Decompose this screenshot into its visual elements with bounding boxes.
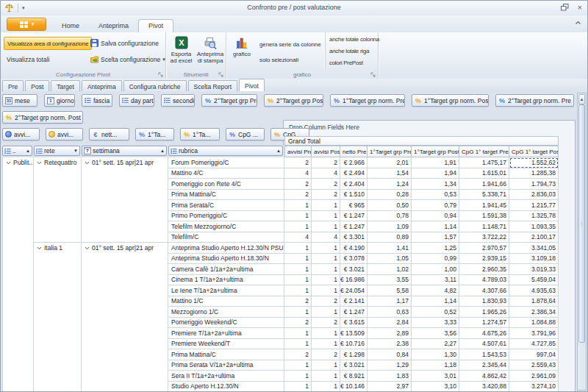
data-field-nett[interactable]: €nett... bbox=[89, 128, 129, 140]
column-header-1-target-grp-pre[interactable]: 1°Target grp Pre bbox=[368, 146, 412, 157]
value-cell[interactable]: 1.552,62 bbox=[509, 157, 559, 168]
tab-pre[interactable]: Pre bbox=[2, 80, 24, 91]
value-cell[interactable]: 2.961,09 bbox=[509, 371, 559, 382]
value-cell[interactable]: 3.791,96 bbox=[509, 328, 559, 339]
filter-field-mese[interactable]: 31mese bbox=[2, 94, 37, 107]
filter-field-secondi[interactable]: secondi bbox=[161, 94, 195, 107]
value-cell[interactable]: 1 bbox=[284, 328, 312, 339]
value-cell[interactable]: 3,56 bbox=[412, 328, 459, 339]
value-cell[interactable]: 3.420,88 bbox=[459, 382, 509, 392]
value-cell[interactable]: € 2.404 bbox=[340, 179, 368, 190]
value-cell[interactable]: 1 bbox=[284, 339, 312, 350]
rubrica-cell[interactable]: Prima Serata/C bbox=[168, 200, 284, 211]
value-cell[interactable]: 1.941,45 bbox=[459, 200, 509, 211]
value-cell[interactable]: 5.459,04 bbox=[509, 275, 559, 286]
value-cell[interactable]: 4.507,61 bbox=[459, 339, 509, 350]
value-cell[interactable]: 1.965,26 bbox=[459, 307, 509, 318]
grafico-button[interactable]: grafico bbox=[229, 36, 254, 57]
esporta-ad-excel-button[interactable]: X Esporta ad excel bbox=[168, 36, 195, 64]
vertical-scrollbar[interactable]: ▲ bbox=[577, 93, 587, 391]
value-cell[interactable]: 1 bbox=[284, 360, 312, 371]
value-cell[interactable]: 1.148,71 bbox=[459, 221, 509, 232]
value-cell[interactable]: € 3.615 bbox=[340, 318, 368, 329]
application-menu-button[interactable]: ▾ bbox=[7, 18, 46, 31]
value-cell[interactable]: 1,17 bbox=[368, 296, 412, 307]
value-cell[interactable]: 2,84 bbox=[368, 318, 412, 329]
value-cell[interactable]: 0,94 bbox=[412, 211, 459, 222]
rubrica-cell[interactable]: Prima Mattina/C bbox=[168, 349, 284, 360]
group-cell-settimana[interactable]: 01° sett. 15 apr|21 apr bbox=[82, 157, 168, 243]
rubrica-cell[interactable]: Forum Pomeriggio/C bbox=[168, 157, 284, 168]
value-cell[interactable]: 3.341,05 bbox=[509, 243, 559, 254]
value-cell[interactable]: 4.307,66 bbox=[459, 285, 509, 296]
rubrica-cell[interactable]: Mattino 1/C bbox=[168, 296, 284, 307]
value-cell[interactable]: 1 bbox=[312, 339, 340, 350]
value-cell[interactable]: 1,00 bbox=[412, 264, 459, 275]
value-cell[interactable]: € 3.021 bbox=[340, 360, 368, 371]
value-cell[interactable]: 1,83 bbox=[368, 371, 412, 382]
value-cell[interactable]: € 13.509 bbox=[340, 328, 368, 339]
value-cell[interactable]: 997,04 bbox=[509, 349, 559, 360]
value-cell[interactable]: 1 bbox=[312, 254, 340, 265]
rubrica-cell[interactable]: Premiere T/1a+2a+ultima bbox=[168, 328, 284, 339]
value-cell[interactable]: 4 bbox=[312, 168, 340, 179]
value-cell[interactable]: 2 bbox=[284, 179, 312, 190]
grand-total-header[interactable]: Grand Total bbox=[284, 136, 559, 146]
value-cell[interactable]: 4 bbox=[312, 232, 340, 243]
scroll-up-button[interactable]: ▲ bbox=[578, 94, 585, 104]
value-cell[interactable]: 1.543,53 bbox=[459, 349, 509, 360]
tab-scelta-report[interactable]: Scelta Report bbox=[188, 80, 238, 91]
value-cell[interactable]: 1.325,78 bbox=[509, 211, 559, 222]
value-cell[interactable]: 3,33 bbox=[412, 318, 459, 329]
value-cell[interactable]: 2.970,57 bbox=[459, 243, 509, 254]
value-cell[interactable]: 2 bbox=[284, 157, 312, 168]
value-cell[interactable]: 4.675,26 bbox=[459, 328, 509, 339]
filter-field-2-target-grp-pre[interactable]: %2°Target grp Pre bbox=[201, 94, 257, 107]
value-cell[interactable]: 1,02 bbox=[368, 264, 412, 275]
row-field-settimana[interactable]: 7settimana▲ bbox=[82, 146, 167, 156]
value-cell[interactable]: 2 bbox=[284, 296, 312, 307]
row-field-rubrica[interactable]: rubrica▲ bbox=[168, 146, 283, 156]
value-cell[interactable]: 1 bbox=[284, 382, 312, 392]
group-cell-rete[interactable]: Retequattro bbox=[34, 157, 82, 243]
value-cell[interactable]: 1,25 bbox=[412, 243, 459, 254]
value-cell[interactable]: 2 bbox=[312, 179, 340, 190]
value-cell[interactable]: 2.939,15 bbox=[459, 254, 509, 265]
value-cell[interactable]: 4 bbox=[284, 168, 312, 179]
column-header-1-target-grp-post[interactable]: 1°Target grp Post bbox=[412, 146, 459, 157]
value-cell[interactable]: 0,53 bbox=[412, 190, 459, 201]
rubrica-cell[interactable]: Prima Serata V/1a+2a+ultima bbox=[168, 360, 284, 371]
scelta-configurazione-button[interactable]: Scelta configurazione ▾ bbox=[90, 55, 165, 63]
filter-field-2-target-grp-norm-post[interactable]: %2°Target grp norm. Post bbox=[2, 111, 83, 124]
value-cell[interactable]: 1 bbox=[312, 211, 340, 222]
value-cell[interactable]: 2,89 bbox=[368, 328, 412, 339]
column-header-avvisi-pre[interactable]: avvisi Pre bbox=[284, 146, 312, 157]
row-field-rete[interactable]: rete▼ bbox=[34, 146, 80, 156]
value-cell[interactable]: € 1.510 bbox=[340, 190, 368, 201]
value-cell[interactable]: € 1.298 bbox=[340, 349, 368, 360]
value-cell[interactable]: 4,82 bbox=[412, 285, 459, 296]
dialog-launcher-icon[interactable] bbox=[370, 72, 376, 77]
rubrica-cell[interactable]: Telefilm Mezzogiorno/C bbox=[168, 221, 284, 232]
value-cell[interactable]: 1 bbox=[284, 254, 312, 265]
value-cell[interactable]: 5.338,71 bbox=[459, 190, 509, 201]
value-cell[interactable]: 1 bbox=[312, 285, 340, 296]
filter-field-day-part[interactable]: day part bbox=[119, 94, 154, 107]
value-cell[interactable]: € 10.146 bbox=[340, 382, 368, 392]
expand-chevron-icon[interactable] bbox=[85, 161, 90, 165]
data-field-cpg[interactable]: %CpG ... bbox=[226, 128, 265, 140]
value-cell[interactable]: € 10.716 bbox=[340, 339, 368, 350]
solo-selezionati-button[interactable]: solo selezionati bbox=[259, 57, 298, 63]
value-cell[interactable]: 2,27 bbox=[412, 339, 459, 350]
tab-pivot[interactable]: Pivot bbox=[239, 79, 265, 91]
value-cell[interactable]: 1 bbox=[284, 264, 312, 275]
value-cell[interactable]: 1 bbox=[312, 307, 340, 318]
value-cell[interactable]: 1.794,73 bbox=[509, 179, 559, 190]
rubrica-cell[interactable]: Camera Cafè 1/1a+2a+ultima bbox=[168, 264, 284, 275]
visualizza-area-configurazione-button[interactable]: Visualizza area di configurazione bbox=[4, 37, 92, 50]
genera-serie-da-colonne-button[interactable]: genera serie da colonne bbox=[259, 41, 321, 48]
value-cell[interactable]: 1 bbox=[284, 211, 312, 222]
value-cell[interactable]: 1,91 bbox=[412, 157, 459, 168]
tab-target[interactable]: Target bbox=[51, 80, 80, 91]
value-cell[interactable]: 0,52 bbox=[412, 307, 459, 318]
